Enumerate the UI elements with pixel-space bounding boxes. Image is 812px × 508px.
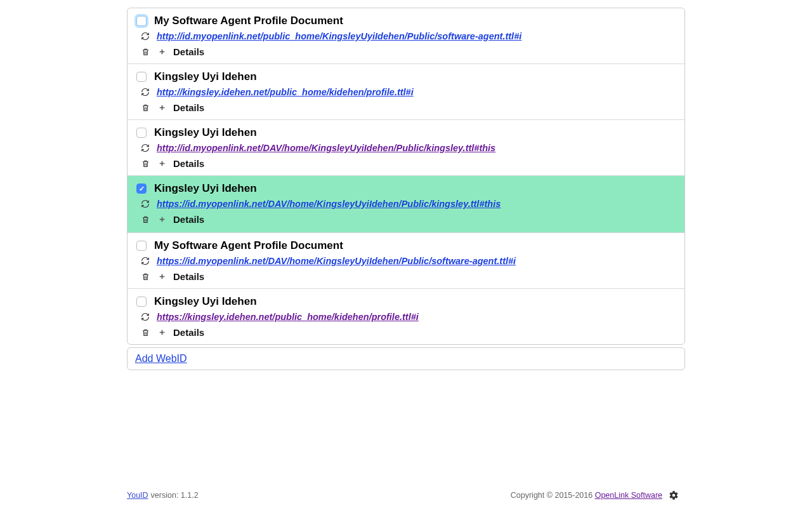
expand-icon[interactable] [157,47,167,57]
select-checkbox[interactable] [136,184,147,194]
card-title: Kingsley Uyi Idehen [154,295,257,308]
card-title: Kingsley Uyi Idehen [154,70,257,83]
trash-icon[interactable] [140,328,150,338]
refresh-icon[interactable] [140,31,150,41]
webid-card: Kingsley Uyi Idehenhttp://kingsley.idehe… [128,64,684,120]
expand-icon[interactable] [157,272,167,282]
trash-icon[interactable] [140,215,150,225]
select-checkbox[interactable] [136,128,147,138]
webid-card: Kingsley Uyi Idehenhttps://id.myopenlink… [128,176,684,233]
webid-card: Kingsley Uyi Idehenhttps://kingsley.ideh… [128,289,684,344]
webid-list: My Software Agent Profile Documenthttp:/… [127,8,685,345]
add-webid-link[interactable]: Add WebID [135,353,187,364]
webid-card: Kingsley Uyi Idehenhttp://id.myopenlink.… [128,120,684,176]
trash-icon[interactable] [140,103,150,113]
copyright-text: Copyright © 2015-2016 OpenLink Software [511,491,662,500]
details-label[interactable]: Details [173,158,204,169]
details-label[interactable]: Details [173,214,204,225]
refresh-icon[interactable] [140,143,150,153]
gear-icon[interactable] [669,490,679,500]
details-label[interactable]: Details [173,327,204,338]
webid-card: My Software Agent Profile Documenthttps:… [128,233,684,289]
refresh-icon[interactable] [140,312,150,322]
trash-icon[interactable] [140,272,150,282]
trash-icon[interactable] [140,47,150,57]
webid-url[interactable]: https://id.myopenlink.net/DAV/home/Kings… [157,199,501,209]
select-checkbox[interactable] [136,297,147,307]
refresh-icon[interactable] [140,199,150,209]
card-title: Kingsley Uyi Idehen [154,182,257,195]
select-checkbox[interactable] [136,16,147,26]
footer-bar: YouID version: 1.1.2 Copyright © 2015-20… [127,490,679,500]
card-title: My Software Agent Profile Document [154,239,343,252]
refresh-icon[interactable] [140,256,150,266]
webid-url[interactable]: http://id.myopenlink.net/DAV/home/Kingsl… [157,143,495,153]
expand-icon[interactable] [157,159,167,169]
youid-link[interactable]: YouID [127,491,148,500]
refresh-icon[interactable] [140,87,150,97]
card-title: My Software Agent Profile Document [154,15,343,27]
version-text: version: 1.1.2 [151,491,199,500]
details-label[interactable]: Details [173,271,204,282]
select-checkbox[interactable] [136,72,147,82]
add-webid-box: Add WebID [127,347,685,370]
webid-url[interactable]: https://kingsley.idehen.net/public_home/… [157,312,419,322]
webid-url[interactable]: http://kingsley.idehen.net/public_home/k… [157,87,414,97]
details-label[interactable]: Details [173,102,204,113]
expand-icon[interactable] [157,103,167,113]
trash-icon[interactable] [140,159,150,169]
expand-icon[interactable] [157,328,167,338]
card-title: Kingsley Uyi Idehen [154,126,257,139]
select-checkbox[interactable] [136,241,147,251]
webid-url[interactable]: http://id.myopenlink.net/public_home/Kin… [157,31,521,41]
openlink-link[interactable]: OpenLink Software [595,491,662,500]
webid-url[interactable]: https://id.myopenlink.net/DAV/home/Kings… [157,256,516,266]
expand-icon[interactable] [157,215,167,225]
details-label[interactable]: Details [173,46,204,57]
webid-card: My Software Agent Profile Documenthttp:/… [128,8,684,64]
